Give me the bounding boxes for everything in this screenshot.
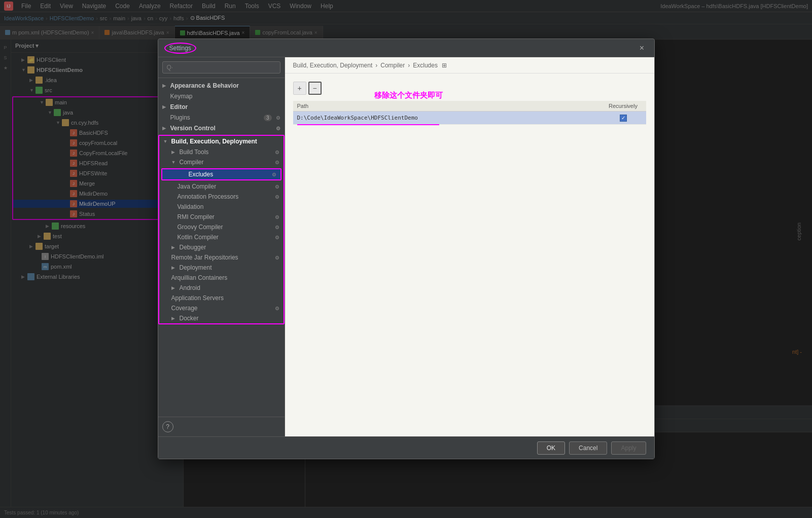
settings-label-appearance: Appearance & Behavior bbox=[170, 82, 239, 89]
kotlin-settings-icon: ⚙ bbox=[275, 235, 279, 240]
table-container: 移除这个文件夹即可 Path Recursively bbox=[293, 101, 646, 125]
settings-node-debugger[interactable]: ▶ Debugger bbox=[159, 242, 284, 252]
settings-search-input[interactable] bbox=[162, 61, 280, 73]
expand-icon-debugger: ▶ bbox=[171, 245, 178, 250]
path-underline bbox=[297, 124, 439, 125]
expand-icon-build: ▼ bbox=[163, 139, 169, 144]
settings-label-excludes: Excludes bbox=[189, 171, 214, 178]
settings-left-panel: ▶ Appearance & Behavior Keymap ▶ Editor bbox=[158, 57, 285, 436]
breadcrumb-sep-b: › bbox=[408, 62, 410, 69]
settings-node-kotlin[interactable]: Kotlin Compiler ⚙ bbox=[159, 232, 284, 242]
settings-label-build-tools: Build Tools bbox=[180, 149, 209, 156]
excludes-settings-icon: ⚙ bbox=[272, 172, 276, 177]
settings-node-android[interactable]: ▶ Android bbox=[159, 283, 284, 293]
settings-node-coverage[interactable]: Coverage ⚙ bbox=[159, 303, 284, 313]
settings-search-area bbox=[158, 57, 285, 78]
settings-node-app-servers[interactable]: Application Servers bbox=[159, 293, 284, 303]
excludes-remove-btn[interactable]: − bbox=[308, 82, 322, 95]
settings-node-arquillian[interactable]: Arquillian Containers bbox=[159, 273, 284, 283]
settings-node-deployment[interactable]: ▶ Deployment bbox=[159, 263, 284, 273]
expand-icon-appearance: ▶ bbox=[162, 83, 168, 88]
dialog-title: Settings bbox=[164, 43, 196, 54]
expand-icon-deployment: ▶ bbox=[171, 265, 178, 270]
settings-label-docker: Docker bbox=[180, 315, 199, 322]
settings-node-plugins[interactable]: Plugins 3 ⚙ bbox=[158, 113, 285, 123]
dialog-close-btn[interactable]: × bbox=[636, 42, 648, 54]
expand-icon-compiler: ▼ bbox=[171, 160, 178, 165]
settings-tree: ▶ Appearance & Behavior Keymap ▶ Editor bbox=[158, 78, 285, 417]
settings-label-deployment: Deployment bbox=[180, 264, 212, 271]
dialog-overlay: Settings × ▶ Appearance & Behavior bbox=[0, 0, 812, 518]
settings-label-keymap: Keymap bbox=[170, 93, 193, 100]
settings-node-build[interactable]: ▼ Build, Execution, Deployment bbox=[159, 136, 284, 147]
excludes-add-btn[interactable]: + bbox=[293, 82, 306, 95]
settings-label-app-servers: Application Servers bbox=[171, 294, 224, 302]
apply-button[interactable]: Apply bbox=[611, 441, 646, 455]
settings-label-kotlin: Kotlin Compiler bbox=[178, 234, 219, 241]
settings-right-panel: Build, Execution, Deployment › Compiler … bbox=[285, 57, 654, 436]
expand-icon-docker: ▶ bbox=[171, 316, 178, 321]
recursive-checkbox-0[interactable]: ✓ bbox=[620, 115, 627, 122]
settings-label-plugins: Plugins bbox=[170, 114, 190, 121]
breadcrumb-build: Build, Execution, Deployment bbox=[293, 62, 373, 69]
excludes-table: Path Recursively D:\Code\IdeaWorkSpace\H… bbox=[293, 101, 646, 125]
remove-icon: − bbox=[312, 84, 316, 92]
settings-node-validation[interactable]: Validation bbox=[159, 202, 284, 212]
breadcrumb-excludes: Excludes bbox=[413, 62, 438, 69]
excludes-toolbar: + − bbox=[293, 82, 646, 95]
breadcrumb-sep-a: › bbox=[375, 62, 377, 69]
dialog-header: Settings × bbox=[158, 39, 654, 57]
cancel-button[interactable]: Cancel bbox=[569, 441, 607, 455]
settings-label-debugger: Debugger bbox=[180, 244, 206, 251]
vcs-settings-icon: ⚙ bbox=[276, 126, 280, 131]
path-cell-0: D:\Code\IdeaWorkSpace\HDFSClientDemo bbox=[293, 112, 601, 125]
settings-label-annotation: Annotation Processors bbox=[178, 193, 239, 200]
settings-label-vcs: Version Control bbox=[170, 125, 216, 132]
col-recursive-header: Recursively bbox=[601, 101, 646, 112]
settings-right-breadcrumb: Build, Execution, Deployment › Compiler … bbox=[285, 57, 654, 73]
pink-box-build: ▼ Build, Execution, Deployment ▶ Build T… bbox=[158, 135, 285, 324]
dialog-footer: OK Cancel Apply bbox=[158, 436, 654, 459]
settings-node-appearance[interactable]: ▶ Appearance & Behavior bbox=[158, 80, 285, 91]
coverage-settings-icon: ⚙ bbox=[275, 306, 279, 311]
settings-label-validation: Validation bbox=[178, 203, 204, 210]
java-compiler-settings-icon: ⚙ bbox=[275, 184, 279, 190]
settings-dialog: Settings × ▶ Appearance & Behavior bbox=[158, 39, 655, 459]
settings-node-rmi[interactable]: RMI Compiler ⚙ bbox=[159, 212, 284, 222]
settings-label-build: Build, Execution, Deployment bbox=[171, 138, 257, 145]
recursive-cell-0[interactable]: ✓ bbox=[601, 112, 646, 125]
settings-node-remote-jar[interactable]: Remote Jar Repositories ⚙ bbox=[159, 252, 284, 263]
rmi-settings-icon: ⚙ bbox=[275, 214, 279, 220]
col-path-header: Path bbox=[293, 101, 601, 112]
settings-label-java-compiler: Java Compiler bbox=[178, 183, 217, 190]
dialog-body: ▶ Appearance & Behavior Keymap ▶ Editor bbox=[158, 57, 654, 436]
settings-label-rmi: RMI Compiler bbox=[178, 213, 215, 220]
settings-help-btn[interactable]: ? bbox=[162, 421, 173, 432]
plugins-settings-icon: ⚙ bbox=[276, 115, 280, 121]
expand-icon-build-tools: ▶ bbox=[171, 150, 178, 155]
settings-label-arquillian: Arquillian Containers bbox=[171, 274, 228, 281]
settings-node-build-tools[interactable]: ▶ Build Tools ⚙ bbox=[159, 147, 284, 157]
ide-root: IJ File Edit View Navigate Code Analyze … bbox=[0, 0, 812, 518]
table-row-0[interactable]: D:\Code\IdeaWorkSpace\HDFSClientDemo ✓ bbox=[293, 112, 646, 125]
settings-label-coverage: Coverage bbox=[171, 305, 198, 312]
settings-label-android: Android bbox=[180, 284, 200, 291]
settings-node-annotation[interactable]: Annotation Processors ⚙ bbox=[159, 192, 284, 202]
settings-label-groovy: Groovy Compiler bbox=[178, 224, 223, 231]
remote-jar-settings-icon: ⚙ bbox=[275, 255, 279, 261]
settings-node-vcs[interactable]: ▶ Version Control ⚙ bbox=[158, 123, 285, 134]
add-icon: + bbox=[297, 84, 301, 92]
settings-node-java-compiler[interactable]: Java Compiler ⚙ bbox=[159, 181, 284, 192]
groovy-settings-icon: ⚙ bbox=[275, 225, 279, 230]
breadcrumb-compiler: Compiler bbox=[380, 62, 405, 69]
settings-node-editor[interactable]: ▶ Editor bbox=[158, 101, 285, 113]
settings-node-groovy[interactable]: Groovy Compiler ⚙ bbox=[159, 222, 284, 232]
expand-icon-vcs: ▶ bbox=[162, 126, 168, 131]
settings-label-editor: Editor bbox=[170, 103, 188, 110]
breadcrumb-settings-icon[interactable]: ⊞ bbox=[442, 62, 447, 69]
settings-node-docker[interactable]: ▶ Docker bbox=[159, 313, 284, 323]
ok-button[interactable]: OK bbox=[537, 441, 565, 455]
settings-node-excludes[interactable]: Excludes ⚙ bbox=[162, 169, 280, 179]
settings-node-keymap[interactable]: Keymap bbox=[158, 91, 285, 101]
settings-node-compiler[interactable]: ▼ Compiler ⚙ bbox=[159, 157, 284, 167]
